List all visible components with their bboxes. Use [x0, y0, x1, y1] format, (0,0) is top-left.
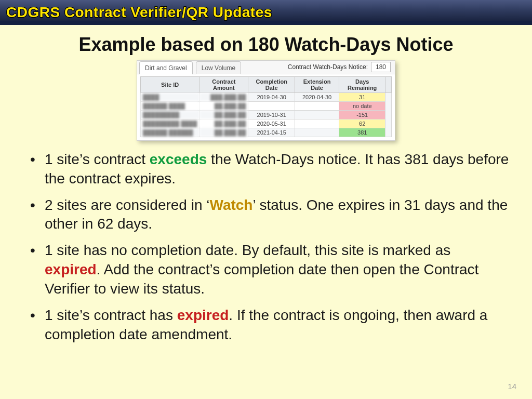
cell-days-remaining: 381	[339, 128, 385, 137]
bullet-list: 1 site’s contract exceeds the Watch-Days…	[25, 150, 510, 345]
watch-days-input[interactable]: 180	[371, 62, 391, 72]
bullet-item: 1 site’s contract exceeds the Watch-Days…	[25, 150, 510, 189]
page-number: 14	[508, 382, 516, 391]
col-site-id[interactable]: Site ID	[141, 76, 200, 92]
cell-days-remaining: -151	[339, 110, 385, 119]
keyword-watch: Watch	[210, 197, 253, 213]
col-days-remaining[interactable]: Days Remaining	[339, 76, 385, 92]
cell-extension: 2020-04-30	[295, 92, 339, 101]
cell-days-remaining: 62	[339, 119, 385, 128]
bullet-item: 1 site’s contract has expired. If the co…	[25, 306, 510, 344]
keyword-expired: expired	[177, 307, 229, 323]
watch-days-label: Contract Watch-Days Notice:	[288, 63, 371, 71]
col-extension-date[interactable]: Extension Date	[295, 76, 339, 92]
scrollbar[interactable]	[385, 92, 392, 137]
bullet-item: 2 sites are considered in ‘Watch’ status…	[25, 196, 510, 234]
table-row[interactable]: ██████ ██████ ██,███.██ 2021-04-15 381	[141, 128, 392, 137]
table-row[interactable]: █████████ ██,███.██ 2019-10-31 -151	[141, 110, 392, 119]
cell-completion: 2019-04-30	[248, 92, 295, 101]
col-contract-amount[interactable]: Contract Amount	[200, 76, 248, 92]
col-completion-date[interactable]: Completion Date	[248, 76, 295, 92]
contracts-table: Site ID Contract Amount Completion Date …	[140, 76, 392, 137]
bullet-item: 1 site has no completion date. By defaul…	[25, 241, 510, 299]
cell-days-remaining: no date	[339, 101, 385, 110]
table-row[interactable]: ██████ ████ ██,███.██ no date	[141, 101, 392, 110]
watch-days-table-panel: Dirt and Gravel Low Volume Contract Watc…	[137, 60, 395, 141]
tab-low-volume[interactable]: Low Volume	[196, 61, 241, 74]
tab-strip: Dirt and Gravel Low Volume Contract Watc…	[137, 61, 395, 74]
scrollbar-gutter	[385, 76, 392, 92]
table-row[interactable]: █████████ ████ ██,███.██ 2020-05-31 62	[141, 119, 392, 128]
tab-dirt-and-gravel[interactable]: Dirt and Gravel	[139, 61, 193, 74]
slide-title: Example based on 180 Watch-Days Notice	[22, 34, 510, 55]
keyword-expired: expired	[45, 261, 97, 277]
slide-body: Example based on 180 Watch-Days Notice D…	[0, 25, 532, 399]
cell-days-remaining: 31	[339, 92, 385, 101]
table-row[interactable]: ████ ███,███.██ 2019-04-30 2020-04-30 31	[141, 92, 392, 101]
app-title-bar: CDGRS Contract Verifier/QR Updates	[0, 0, 532, 25]
keyword-exceeds: exceeds	[150, 151, 207, 167]
